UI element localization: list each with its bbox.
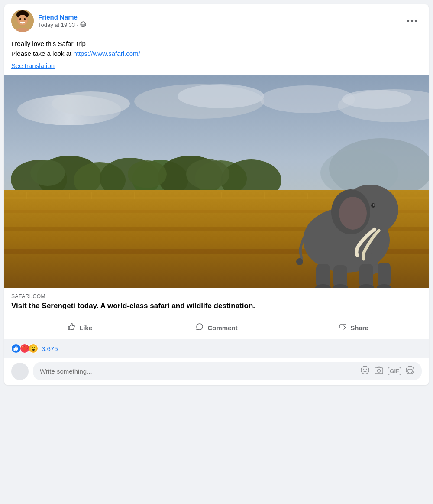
- share-label: Share: [350, 324, 368, 332]
- camera-button[interactable]: [374, 365, 384, 377]
- svg-rect-68: [375, 368, 383, 374]
- post-link[interactable]: https://www.safari.com/: [73, 50, 140, 57]
- post-header-left: Friend Name Today at 19:33 ·: [11, 10, 86, 32]
- post-content: I really love this Safari trip Please ta…: [4, 36, 429, 75]
- link-preview: SAFARI.COM Visit the Serengeti today. A …: [4, 288, 429, 316]
- post-text-line2-prefix: Please take a look at: [11, 50, 73, 57]
- commenter-avatar: [11, 363, 29, 380]
- svg-point-4: [19, 18, 21, 20]
- svg-rect-46: [264, 192, 265, 199]
- svg-point-65: [361, 366, 369, 374]
- friend-name[interactable]: Friend Name: [38, 13, 86, 22]
- like-reaction: [11, 344, 21, 353]
- post-card: Friend Name Today at 19:33 ·: [4, 4, 429, 385]
- link-source: SAFARI.COM: [11, 293, 422, 299]
- comment-input-area: GIF: [4, 358, 429, 385]
- like-button[interactable]: Like: [11, 318, 148, 338]
- svg-point-19: [342, 90, 411, 109]
- sticker-button[interactable]: [405, 365, 415, 377]
- see-translation-link[interactable]: See translation: [11, 62, 55, 69]
- svg-rect-47: [307, 193, 308, 199]
- svg-point-67: [366, 369, 367, 370]
- svg-rect-59: [378, 263, 391, 286]
- svg-rect-39: [48, 192, 48, 199]
- comment-button[interactable]: Comment: [148, 318, 285, 338]
- svg-rect-40: [69, 193, 70, 199]
- comment-input-wrap: GIF: [33, 362, 422, 380]
- avatar[interactable]: [11, 10, 34, 32]
- post-image: [4, 75, 429, 288]
- svg-point-5: [24, 18, 26, 20]
- action-bar: Like Comment Share: [4, 316, 429, 339]
- reactions-bar: ❤️ 😮 3.675: [4, 339, 429, 358]
- svg-point-16: [178, 84, 264, 108]
- post-text-line1: I really love this Safari trip: [11, 40, 86, 47]
- link-title: Visit the Serengeti today. A world-class…: [11, 301, 422, 311]
- svg-rect-38: [26, 192, 27, 199]
- post-text: I really love this Safari trip Please ta…: [11, 39, 422, 59]
- svg-rect-58: [359, 264, 373, 288]
- like-icon: [67, 322, 76, 333]
- dot-separator: ·: [77, 22, 78, 28]
- post-meta: Today at 19:33 ·: [38, 21, 86, 29]
- reaction-emojis: ❤️ 😮: [11, 344, 38, 353]
- svg-point-55: [373, 204, 375, 206]
- globe-icon: [80, 21, 86, 29]
- post-header: Friend Name Today at 19:33 ·: [4, 4, 429, 36]
- svg-point-30: [30, 160, 65, 186]
- svg-point-69: [378, 369, 381, 372]
- post-user-info: Friend Name Today at 19:33 ·: [38, 13, 86, 29]
- comment-input[interactable]: [40, 367, 360, 375]
- heart-reaction: ❤️: [20, 344, 29, 353]
- gif-button[interactable]: GIF: [388, 367, 401, 375]
- share-icon: [338, 322, 347, 333]
- svg-point-32: [186, 159, 229, 189]
- svg-rect-43: [134, 192, 135, 199]
- svg-rect-41: [91, 192, 92, 199]
- svg-point-64: [296, 258, 303, 265]
- comment-label: Comment: [207, 324, 237, 332]
- svg-point-66: [363, 369, 364, 370]
- svg-rect-56: [316, 264, 330, 288]
- comment-icons: GIF: [360, 365, 415, 377]
- like-label: Like: [79, 324, 92, 332]
- timestamp: Today at 19:33: [38, 22, 75, 28]
- more-options-button[interactable]: •••: [403, 15, 422, 27]
- svg-rect-44: [178, 193, 178, 199]
- comment-icon: [195, 322, 204, 333]
- svg-rect-45: [221, 192, 222, 198]
- emoji-picker-button[interactable]: [360, 365, 370, 377]
- wow-reaction: 😮: [29, 344, 38, 353]
- svg-point-53: [339, 197, 367, 230]
- svg-point-14: [52, 91, 130, 116]
- svg-rect-42: [113, 192, 113, 199]
- reaction-count[interactable]: 3.675: [42, 345, 58, 352]
- share-button[interactable]: Share: [285, 318, 422, 338]
- svg-point-31: [128, 160, 167, 188]
